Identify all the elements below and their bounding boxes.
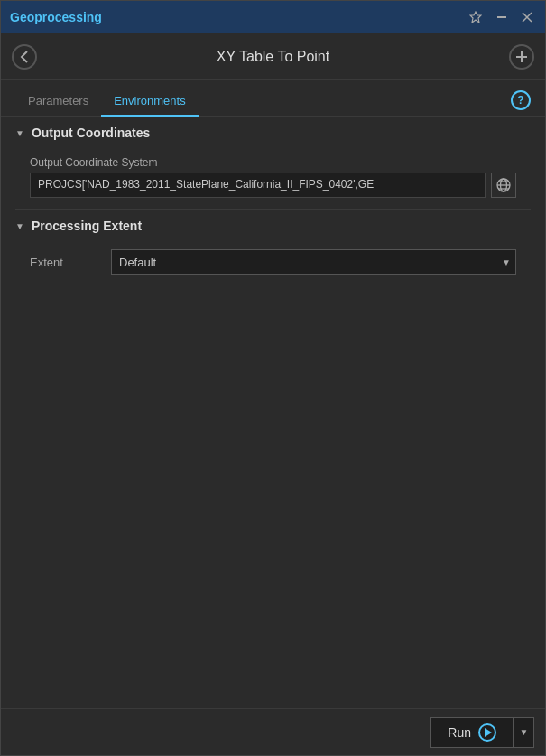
- pin-button[interactable]: [466, 9, 486, 25]
- geoprocessing-window: Geoprocessing XY Table To Point Paramete…: [0, 0, 546, 756]
- extent-dropdown-wrapper: Default Current Display Extent As Specif…: [111, 249, 516, 275]
- play-triangle: [485, 728, 492, 737]
- run-dropdown-arrow-icon: ▼: [520, 727, 529, 737]
- svg-rect-0: [497, 16, 506, 18]
- extent-row: Extent Default Current Display Extent As…: [1, 242, 545, 285]
- tab-parameters[interactable]: Parameters: [15, 87, 101, 117]
- coordinate-system-input[interactable]: PROJCS['NAD_1983_2011_StatePlane_Califor…: [30, 173, 486, 198]
- content-area: ▼ Output Coordinates Output Coordinate S…: [1, 117, 545, 708]
- extent-dropdown[interactable]: Default Current Display Extent As Specif…: [111, 249, 516, 275]
- window-controls: [466, 9, 536, 25]
- toolbar: XY Table To Point: [1, 33, 545, 80]
- output-coordinates-chevron: ▼: [15, 128, 24, 138]
- globe-button[interactable]: [491, 173, 516, 198]
- coordinate-system-label: Output Coordinate System: [30, 156, 516, 169]
- processing-extent-label: Processing Extent: [32, 219, 142, 233]
- tool-title: XY Table To Point: [37, 49, 509, 65]
- extent-label: Extent: [30, 256, 102, 269]
- footer: Run ▼: [1, 708, 545, 755]
- minimize-button[interactable]: [493, 10, 511, 24]
- run-play-icon: [478, 723, 496, 742]
- processing-extent-chevron: ▼: [15, 221, 24, 231]
- title-bar: Geoprocessing: [1, 1, 545, 33]
- run-label: Run: [448, 725, 471, 740]
- tab-environments[interactable]: Environments: [101, 87, 198, 117]
- coordinate-input-row: PROJCS['NAD_1983_2011_StatePlane_Califor…: [30, 173, 516, 198]
- output-coordinate-system-group: Output Coordinate System PROJCS['NAD_198…: [1, 149, 545, 209]
- run-dropdown-button[interactable]: ▼: [514, 717, 534, 748]
- back-button[interactable]: [12, 44, 37, 70]
- close-button[interactable]: [518, 10, 536, 24]
- tabs-bar: Parameters Environments ?: [1, 80, 545, 117]
- app-title: Geoprocessing: [10, 10, 466, 24]
- help-button[interactable]: ?: [511, 90, 531, 110]
- output-coordinates-label: Output Coordinates: [32, 126, 150, 140]
- output-coordinates-header[interactable]: ▼ Output Coordinates: [1, 117, 545, 149]
- run-button[interactable]: Run: [430, 717, 514, 748]
- add-button[interactable]: [509, 44, 534, 70]
- processing-extent-header[interactable]: ▼ Processing Extent: [1, 210, 545, 242]
